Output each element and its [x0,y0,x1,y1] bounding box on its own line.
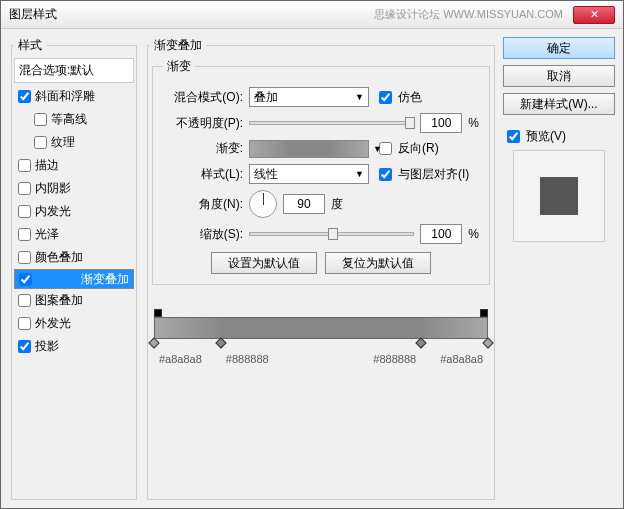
opacity-stop[interactable] [154,309,162,317]
style-item-5[interactable]: 内发光 [14,200,134,223]
style-item-4[interactable]: 内阴影 [14,177,134,200]
color-stop[interactable]: #888888 [416,339,426,351]
style-item-8[interactable]: 渐变叠加 [14,269,134,289]
style-item-1[interactable]: 等高线 [14,108,134,131]
chevron-down-icon: ▼ [355,92,364,102]
align-checkbox[interactable]: 与图层对齐(I) [375,165,469,184]
reverse-checkbox[interactable]: 反向(R) [375,139,439,158]
opacity-label: 不透明度(P): [163,115,243,132]
blend-mode-label: 混合模式(O): [163,89,243,106]
style-item-11[interactable]: 投影 [14,335,134,358]
ok-button[interactable]: 确定 [503,37,615,59]
style-item-3[interactable]: 描边 [14,154,134,177]
color-stop[interactable]: #a8a8a8 [149,339,159,351]
dialog-buttons: 确定 取消 新建样式(W)... 预览(V) [503,37,615,500]
reset-default-button[interactable]: 复位为默认值 [325,252,431,274]
close-button[interactable]: ✕ [573,6,615,24]
dither-checkbox[interactable]: 仿色 [375,88,422,107]
style-select[interactable]: 线性▼ [249,164,369,184]
style-item-0[interactable]: 斜面和浮雕 [14,85,134,108]
styles-panel: 样式 混合选项:默认 斜面和浮雕等高线纹理描边内阴影内发光光泽颜色叠加渐变叠加图… [11,37,137,500]
panel-legend: 渐变叠加 [150,37,206,54]
layer-style-dialog: 图层样式 思缘设计论坛 WWW.MISSYUAN.COM ✕ 样式 混合选项:默… [0,0,624,509]
color-stop-label: #a8a8a8 [159,353,202,365]
color-stop[interactable]: #888888 [216,339,226,351]
opacity-input[interactable]: 100 [420,113,462,133]
color-stop-label: #888888 [373,353,416,365]
cancel-button[interactable]: 取消 [503,65,615,87]
scale-slider[interactable] [249,232,414,236]
color-stop[interactable]: #a8a8a8 [483,339,493,351]
new-style-button[interactable]: 新建样式(W)... [503,93,615,115]
opacity-slider[interactable] [249,121,414,125]
style-item-9[interactable]: 图案叠加 [14,289,134,312]
style-item-2[interactable]: 纹理 [14,131,134,154]
make-default-button[interactable]: 设置为默认值 [211,252,317,274]
gradient-group: 渐变 混合模式(O): 叠加▼ 仿色 不透明度(P): 100 % [152,58,490,285]
gradient-label: 渐变: [163,140,243,157]
gradient-editor: #a8a8a8#888888#888888#a8a8a8 [154,305,488,359]
gradient-picker[interactable]: ▼ [249,140,369,158]
blend-mode-select[interactable]: 叠加▼ [249,87,369,107]
chevron-down-icon: ▼ [355,169,364,179]
titlebar: 图层样式 思缘设计论坛 WWW.MISSYUAN.COM ✕ [1,1,623,29]
gradient-bar[interactable] [154,317,488,339]
style-item-6[interactable]: 光泽 [14,223,134,246]
scale-label: 缩放(S): [163,226,243,243]
angle-label: 角度(N): [163,196,243,213]
style-label: 样式(L): [163,166,243,183]
preview-checkbox[interactable]: 预览(V) [503,127,615,146]
inner-legend: 渐变 [163,58,195,75]
preview-box [513,150,605,242]
opacity-stop[interactable] [480,309,488,317]
style-item-7[interactable]: 颜色叠加 [14,246,134,269]
angle-dial[interactable] [249,190,277,218]
gradient-overlay-panel: 渐变叠加 渐变 混合模式(O): 叠加▼ 仿色 不透明度(P): 100 [147,37,495,500]
preview-swatch [540,177,578,215]
chevron-down-icon: ▼ [373,144,382,154]
scale-input[interactable]: 100 [420,224,462,244]
style-item-10[interactable]: 外发光 [14,312,134,335]
angle-input[interactable]: 90 [283,194,325,214]
color-stop-label: #888888 [226,353,269,365]
blend-options-header[interactable]: 混合选项:默认 [14,58,134,83]
styles-legend: 样式 [14,37,46,54]
color-stop-label: #a8a8a8 [440,353,483,365]
watermark: 思缘设计论坛 WWW.MISSYUAN.COM [374,7,563,22]
